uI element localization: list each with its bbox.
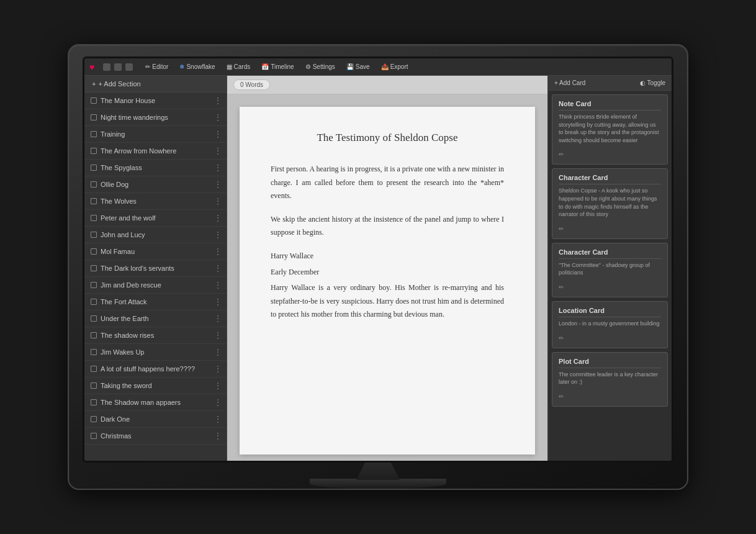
sidebar-item-menu-icon[interactable]: ⋮ <box>214 96 222 106</box>
sidebar-checkbox[interactable] <box>91 198 97 204</box>
menu-item-export[interactable]: 📤 Export <box>379 62 411 71</box>
sidebar-item-label: Jim and Deb rescue <box>101 281 161 289</box>
sidebar-item[interactable]: John and Lucy ⋮ <box>84 227 227 243</box>
sidebar-item[interactable]: Under the Earth ⋮ <box>84 310 227 327</box>
sidebar-item[interactable]: Peter and the wolf ⋮ <box>84 210 227 227</box>
menu-item-snowflake[interactable]: ❄ Snowflake <box>177 62 217 71</box>
sidebar-item-menu-icon[interactable]: ⋮ <box>214 179 222 189</box>
sidebar-item-left: Training <box>91 130 125 138</box>
sidebar-item-label: The Spyglass <box>101 164 142 171</box>
menu-item-settings[interactable]: ⚙ Settings <box>303 62 338 71</box>
page-paragraph: We skip the ancient history at the insis… <box>271 213 504 240</box>
sidebar-item-menu-icon[interactable]: ⋮ <box>214 297 222 307</box>
sidebar-item-menu-icon[interactable]: ⋮ <box>214 196 222 206</box>
sidebar-item[interactable]: Mol Famau ⋮ <box>84 243 227 260</box>
sidebar-checkbox[interactable] <box>91 332 97 338</box>
sidebar-checkbox[interactable] <box>91 315 97 322</box>
add-card-button[interactable]: + Add Card <box>554 79 585 86</box>
sidebar-item[interactable]: The Fort Attack ⋮ <box>84 294 227 310</box>
sidebar-item-menu-icon[interactable]: ⋮ <box>214 431 222 441</box>
sidebar-item-left: The Spyglass <box>91 164 142 171</box>
sidebar-item[interactable]: Night time wanderings ⋮ <box>84 109 227 126</box>
sidebar-item-menu-icon[interactable]: ⋮ <box>214 397 222 407</box>
card-item: Note Card Think princess Bride element o… <box>552 94 668 165</box>
add-section-button[interactable]: + + Add Section <box>84 76 227 93</box>
sidebar-item-menu-icon[interactable]: ⋮ <box>214 230 222 240</box>
sidebar-checkbox[interactable] <box>91 382 97 389</box>
sidebar-checkbox[interactable] <box>91 299 97 305</box>
menu-item-save[interactable]: 💾 Save <box>344 62 372 71</box>
sidebar-item-menu-icon[interactable]: ⋮ <box>214 381 222 391</box>
sidebar-item[interactable]: Jim Wakes Up ⋮ <box>84 344 227 361</box>
sidebar-checkbox[interactable] <box>91 165 97 171</box>
card-edit-icon[interactable]: ✏ <box>559 151 564 158</box>
sidebar-item-menu-icon[interactable]: ⋮ <box>214 163 222 173</box>
window-controls <box>103 63 133 71</box>
sidebar-item-left: The Fort Attack <box>91 298 147 305</box>
card-edit-icon[interactable]: ✏ <box>559 284 564 291</box>
toggle-button[interactable]: ◐ Toggle <box>640 79 665 86</box>
sidebar-item-menu-icon[interactable]: ⋮ <box>214 247 222 256</box>
sidebar-item-menu-icon[interactable]: ⋮ <box>214 414 222 424</box>
sidebar-checkbox[interactable] <box>91 399 97 405</box>
sidebar-checkbox[interactable] <box>91 366 97 372</box>
sidebar-item-label: A lot of stuff happens here???? <box>101 365 195 373</box>
sidebar-item[interactable]: The Shadow man appaers ⋮ <box>84 394 227 411</box>
sidebar-item-menu-icon[interactable]: ⋮ <box>214 112 222 122</box>
sidebar-checkbox[interactable] <box>91 148 97 154</box>
card-type: Location Card <box>559 307 661 314</box>
sidebar-checkbox[interactable] <box>91 181 97 188</box>
editor-page[interactable]: The Testimony of Sheldon Copse First per… <box>240 107 535 455</box>
sidebar-item-label: Night time wanderings <box>101 114 168 121</box>
sidebar-item-menu-icon[interactable]: ⋮ <box>214 364 222 374</box>
sidebar-checkbox[interactable] <box>91 114 97 120</box>
sidebar-item[interactable]: Christmas ⋮ <box>84 428 227 445</box>
menu-item-editor[interactable]: ✏ Editor <box>143 62 171 71</box>
sidebar-item-menu-icon[interactable]: ⋮ <box>214 330 222 340</box>
sidebar-checkbox[interactable] <box>91 416 97 422</box>
card-description: "The Committee" - shadowy group of polit… <box>559 261 661 277</box>
sidebar-item-menu-icon[interactable]: ⋮ <box>214 263 222 273</box>
sidebar-item[interactable]: The Arrow from Nowhere ⋮ <box>84 143 227 160</box>
sidebar-item[interactable]: The Wolves ⋮ <box>84 193 227 210</box>
sidebar-checkbox[interactable] <box>91 349 97 355</box>
sidebar-item-menu-icon[interactable]: ⋮ <box>214 146 222 156</box>
sidebar-item-label: The Shadow man appaers <box>101 399 181 406</box>
sidebar-item-menu-icon[interactable]: ⋮ <box>214 280 222 290</box>
sidebar-item[interactable]: The shadow rises ⋮ <box>84 327 227 344</box>
card-edit-icon[interactable]: ✏ <box>559 225 564 232</box>
menu-item-timeline[interactable]: 📅 Timeline <box>259 62 296 71</box>
sidebar-item-label: Christmas <box>101 432 132 440</box>
app-body: + + Add Section The Manor House ⋮ Night … <box>84 76 672 461</box>
sidebar-list: The Manor House ⋮ Night time wanderings … <box>84 93 227 461</box>
sidebar-item-left: The Arrow from Nowhere <box>91 147 176 155</box>
sidebar-item[interactable]: Ollie Dog ⋮ <box>84 176 227 193</box>
sidebar-checkbox[interactable] <box>91 97 97 104</box>
page-title: The Testimony of Sheldon Copse <box>271 132 504 144</box>
sidebar-item[interactable]: Taking the sword ⋮ <box>84 378 227 394</box>
sidebar-item[interactable]: The Dark lord's servants ⋮ <box>84 260 227 277</box>
sidebar-item[interactable]: A lot of stuff happens here???? ⋮ <box>84 361 227 378</box>
sidebar-checkbox[interactable] <box>91 248 97 255</box>
sidebar-checkbox[interactable] <box>91 282 97 288</box>
card-type: Character Card <box>559 174 661 181</box>
sidebar-checkbox[interactable] <box>91 131 97 137</box>
sidebar-item-menu-icon[interactable]: ⋮ <box>214 129 222 139</box>
sidebar-item[interactable]: Training ⋮ <box>84 126 227 143</box>
editor-page-wrapper[interactable]: The Testimony of Sheldon Copse First per… <box>227 94 547 461</box>
sidebar-checkbox[interactable] <box>91 232 97 238</box>
sidebar-item-menu-icon[interactable]: ⋮ <box>214 213 222 223</box>
card-edit-icon[interactable]: ✏ <box>559 393 564 400</box>
sidebar-item[interactable]: Jim and Deb rescue ⋮ <box>84 277 227 294</box>
sidebar-item[interactable]: The Spyglass ⋮ <box>84 160 227 176</box>
sidebar-item[interactable]: Dark One ⋮ <box>84 411 227 428</box>
sidebar-checkbox[interactable] <box>91 215 97 221</box>
sidebar-item-menu-icon[interactable]: ⋮ <box>214 347 222 357</box>
sidebar-item[interactable]: The Manor House ⋮ <box>84 93 227 109</box>
menu-item-cards[interactable]: ▦ Cards <box>224 62 253 71</box>
sidebar-checkbox[interactable] <box>91 265 97 271</box>
sidebar-checkbox[interactable] <box>91 433 97 439</box>
card-edit-icon[interactable]: ✏ <box>559 335 564 342</box>
page-content[interactable]: First person. A hearing is in progress, … <box>271 163 504 322</box>
sidebar-item-menu-icon[interactable]: ⋮ <box>214 314 222 324</box>
